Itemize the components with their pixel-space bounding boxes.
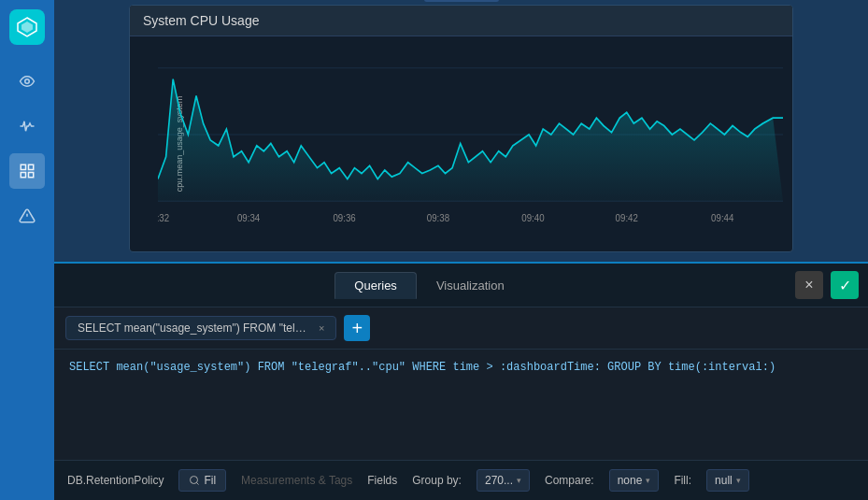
svg-text:09:38: 09:38 (427, 212, 450, 223)
pulse-nav-icon[interactable] (9, 108, 45, 144)
group-by-dropdown[interactable]: 270... ▾ (477, 469, 530, 492)
svg-rect-6 (29, 173, 34, 178)
fill-chevron: ▾ (736, 476, 741, 485)
add-query-button[interactable]: + (344, 315, 370, 341)
tab-bar: Queries Visualization × ✓ (54, 264, 868, 307)
tab-visualization[interactable]: Visualization (417, 272, 524, 299)
group-by-value: 270... (485, 474, 513, 487)
query-tab-close[interactable]: × (319, 323, 324, 334)
svg-text:09:34: 09:34 (237, 212, 261, 223)
svg-line-23 (197, 482, 199, 484)
sql-editor[interactable]: SELECT mean("usage_system") FROM "telegr… (54, 350, 868, 461)
group-by-chevron: ▾ (517, 476, 521, 485)
fields-label[interactable]: Fields (367, 474, 397, 487)
compare-value: none (618, 474, 643, 487)
svg-rect-3 (21, 164, 25, 169)
search-icon (189, 475, 200, 486)
fill-dropdown[interactable]: null ▾ (706, 469, 749, 492)
query-tab-1[interactable]: SELECT mean("usage_system") FROM "telegr… (65, 316, 336, 340)
confirm-button[interactable]: ✓ (831, 271, 859, 299)
chart-title: System CPU Usage (130, 6, 792, 36)
group-by-label: Group by: (412, 474, 462, 487)
sql-text: SELECT mean("usage_system") FROM "telegr… (69, 361, 776, 374)
svg-marker-1 (21, 21, 33, 33)
compare-chevron: ▾ (646, 476, 650, 485)
measurements-tags-btn[interactable]: Fil (178, 469, 226, 492)
main-content: System CPU Usage cpu.mean_usage_system 6… (54, 0, 868, 500)
svg-rect-5 (21, 173, 25, 178)
svg-point-22 (191, 477, 198, 484)
svg-text:09:44: 09:44 (711, 212, 734, 223)
svg-text:09:42: 09:42 (616, 212, 639, 223)
grid-nav-icon[interactable] (9, 153, 45, 189)
compare-label: Compare: (545, 474, 594, 487)
sidebar (0, 0, 54, 500)
fill-label: Fill: (674, 474, 691, 487)
svg-rect-4 (29, 164, 34, 169)
chart-area: System CPU Usage cpu.mean_usage_system 6… (54, 0, 868, 262)
compare-dropdown[interactable]: none ▾ (609, 469, 660, 492)
chart-panel: System CPU Usage cpu.mean_usage_system 6… (129, 5, 793, 252)
svg-text:09:32: 09:32 (158, 212, 169, 223)
db-retention-label[interactable]: DB.RetentionPolicy (67, 474, 164, 487)
svg-text:09:40: 09:40 (521, 212, 545, 223)
close-button[interactable]: × (795, 271, 823, 299)
app-logo[interactable] (9, 9, 45, 45)
query-tab-label: SELECT mean("usage_system") FROM "telegr… (78, 321, 311, 335)
tab-actions: × ✓ (795, 271, 859, 299)
chart-svg-container: 6 4 2 09:32 09:34 09:36 09:38 09:40 09:4… (158, 46, 783, 223)
measurements-tags-full: Measurements & Tags (241, 474, 352, 487)
svg-point-2 (25, 79, 30, 84)
svg-text:09:36: 09:36 (333, 212, 356, 223)
drag-handle[interactable] (424, 0, 499, 2)
eye-nav-icon[interactable] (9, 64, 45, 99)
fill-value: null (715, 474, 733, 487)
bottom-toolbar: DB.RetentionPolicy Fil Measurements & Ta… (54, 461, 868, 500)
measurements-tags-text: Fil (204, 474, 216, 487)
bottom-panel: Queries Visualization × ✓ SELECT mean("u… (54, 262, 868, 500)
chart-body: cpu.mean_usage_system 6 4 2 09:32 09:34 (130, 36, 792, 251)
query-tabs-row: SELECT mean("usage_system") FROM "telegr… (54, 307, 868, 350)
tab-queries[interactable]: Queries (334, 272, 417, 299)
alert-nav-icon[interactable] (9, 198, 45, 234)
